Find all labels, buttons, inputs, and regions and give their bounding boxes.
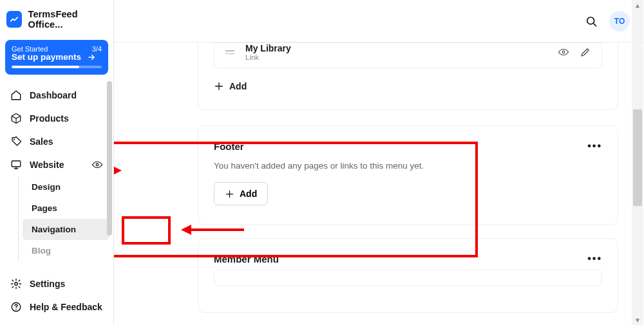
sidebar-item-website[interactable]: Website xyxy=(4,153,109,176)
sidebar-scrollbar-thumb[interactable] xyxy=(107,81,112,236)
svg-point-0 xyxy=(14,139,15,140)
sidebar-item-products[interactable]: Products xyxy=(4,107,109,130)
annotation-arrow-icon xyxy=(180,224,244,236)
tag-icon xyxy=(10,136,22,147)
get-started-label: Get Started xyxy=(12,45,48,53)
get-started-progress: 3/4 xyxy=(92,45,102,53)
sidebar-item-dashboard[interactable]: Dashboard xyxy=(4,84,109,107)
page-scrollbar-thumb[interactable] xyxy=(633,109,642,206)
sidebar-item-label: Products xyxy=(30,113,69,124)
svg-point-5 xyxy=(15,309,17,310)
card-title: Member Menu xyxy=(214,254,279,265)
card-description: You haven't added any pages or links to … xyxy=(214,161,602,171)
get-started-banner[interactable]: Get Started 3/4 Set up payments xyxy=(5,40,108,75)
brand-logo xyxy=(6,11,22,28)
drag-handle-icon[interactable] xyxy=(225,50,235,54)
sidebar-item-label: Dashboard xyxy=(30,90,77,100)
sidebar-subitem-blog[interactable]: Blog xyxy=(23,240,109,261)
svg-point-8 xyxy=(562,51,565,53)
svg-point-3 xyxy=(15,283,18,286)
card-member-menu: Member Menu ••• xyxy=(198,238,618,313)
get-started-progress-bar xyxy=(12,66,102,68)
gear-icon xyxy=(10,278,22,290)
brand[interactable]: TermsFeed Office... xyxy=(0,0,113,40)
monitor-icon xyxy=(10,159,22,171)
sidebar-item-label: Help & Feedback xyxy=(30,302,102,312)
page-scrollbar[interactable]: ▲ ▼ xyxy=(632,0,643,325)
help-icon xyxy=(10,301,22,313)
eye-icon[interactable] xyxy=(558,46,569,58)
svg-point-2 xyxy=(96,163,99,166)
plus-icon xyxy=(225,189,234,199)
sidebar-subitem-pages[interactable]: Pages xyxy=(23,198,109,219)
menu-row[interactable]: My Library Link xyxy=(214,42,601,68)
eye-icon[interactable] xyxy=(91,159,103,171)
scrollbar-down-arrow[interactable]: ▼ xyxy=(632,315,643,325)
svg-point-6 xyxy=(587,17,594,24)
add-button[interactable]: Add xyxy=(214,182,268,205)
get-started-cta: Set up payments xyxy=(12,52,81,62)
card-footer: Footer ••• You haven't added any pages o… xyxy=(198,125,618,225)
box-icon xyxy=(10,113,22,124)
sidebar-subitem-navigation[interactable]: Navigation xyxy=(23,219,109,240)
search-icon[interactable] xyxy=(585,15,598,28)
sidebar-item-help[interactable]: Help & Feedback xyxy=(4,295,109,319)
sidebar-item-label: Website xyxy=(30,160,64,170)
annotation-arrow-icon xyxy=(114,165,122,176)
sidebar-item-label: Sales xyxy=(30,136,53,147)
row-subtitle: Link xyxy=(245,53,547,61)
plus-icon xyxy=(214,81,224,91)
card-title: Footer xyxy=(214,141,244,152)
more-menu-icon[interactable]: ••• xyxy=(587,140,602,152)
scrollbar-up-arrow[interactable]: ▲ xyxy=(632,0,643,10)
brand-name: TermsFeed Office... xyxy=(28,9,107,30)
pencil-icon[interactable] xyxy=(580,46,591,58)
add-item-link[interactable]: Add xyxy=(214,77,247,95)
svg-marker-10 xyxy=(114,165,122,176)
arrow-right-icon xyxy=(86,53,97,62)
row-title: My Library xyxy=(245,43,547,53)
annotation-highlight-box xyxy=(122,216,171,245)
sidebar-item-settings[interactable]: Settings xyxy=(4,272,109,295)
avatar[interactable]: TO xyxy=(609,11,630,32)
card-top-menu: Link My Library Link xyxy=(198,42,618,110)
sidebar-item-sales[interactable]: Sales xyxy=(4,130,109,153)
svg-rect-1 xyxy=(12,161,21,167)
svg-marker-12 xyxy=(181,225,191,235)
sidebar-item-label: Settings xyxy=(30,279,65,289)
sidebar-subitem-design[interactable]: Design xyxy=(23,176,109,198)
more-menu-icon[interactable]: ••• xyxy=(587,253,602,265)
home-icon xyxy=(10,89,22,101)
